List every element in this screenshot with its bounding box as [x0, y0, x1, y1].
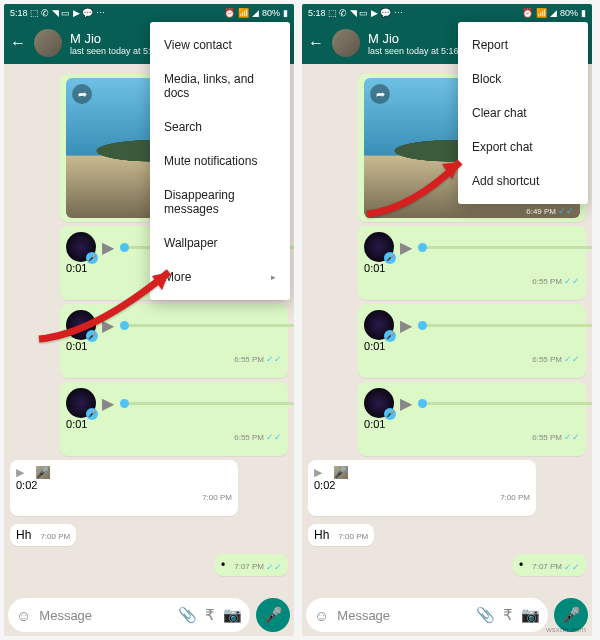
menu-disappearing[interactable]: Disappearing messages	[150, 178, 290, 226]
wifi-icon: ◢	[252, 8, 259, 18]
emoji-icon[interactable]: ☺	[314, 607, 329, 624]
menu-report[interactable]: Report	[458, 28, 588, 62]
play-icon[interactable]: ▶	[16, 466, 24, 479]
wifi-icon: ◢	[550, 8, 557, 18]
menu-search[interactable]: Search	[150, 110, 290, 144]
voice-message[interactable]: 🎤 ▶ 0:01 6:55 PM✓✓	[60, 382, 288, 456]
menu-block[interactable]: Block	[458, 62, 588, 96]
text-message-sent[interactable]: • 7:07 PM✓✓	[215, 554, 288, 576]
battery-text: 80%	[262, 8, 280, 18]
voice-message-received[interactable]: ▶ 🎤 0:02 7:00 PM	[10, 460, 238, 516]
play-icon[interactable]: ▶	[102, 238, 114, 257]
message-input[interactable]: ☺ Message 📎 ₹ 📷	[306, 598, 548, 632]
battery-icon: ▮	[283, 8, 288, 18]
overflow-submenu: Report Block Clear chat Export chat Add …	[458, 22, 588, 204]
input-bar: ☺ Message 📎 ₹ 📷 🎤	[8, 598, 290, 632]
menu-view-contact[interactable]: View contact	[150, 28, 290, 62]
voice-avatar: 🎤	[66, 232, 96, 262]
signal-icon: 📶	[238, 8, 249, 18]
voice-avatar: 🎤	[36, 466, 50, 479]
status-bar: 5:18 ⬚ ✆ ◥ ▭ ▶ 💬 ⋯ ⏰ 📶 ◢ 80% ▮	[302, 4, 592, 22]
back-icon[interactable]: ←	[10, 34, 26, 52]
status-bar: 5:18 ⬚ ✆ ◥ ▭ ▶ 💬 ⋯ ⏰ 📶 ◢ 80% ▮	[4, 4, 294, 22]
text-message-received[interactable]: Hh 7:00 PM	[10, 524, 76, 546]
back-icon[interactable]: ←	[308, 34, 324, 52]
voice-duration: 0:01	[66, 262, 87, 274]
forward-icon[interactable]: ➦	[72, 84, 92, 104]
overflow-menu: View contact Media, links, and docs Sear…	[150, 22, 290, 300]
attach-icon[interactable]: 📎	[178, 606, 197, 624]
voice-message[interactable]: 🎤 ▶ 0:01 6:55 PM✓✓	[60, 304, 288, 378]
message-placeholder: Message	[39, 608, 170, 623]
text-message-sent[interactable]: • 7:07 PM✓✓	[513, 554, 586, 576]
notif-icons: ⬚ ✆ ◥ ▭ ▶ 💬 ⋯	[30, 8, 105, 18]
menu-add-shortcut[interactable]: Add shortcut	[458, 164, 588, 198]
menu-more[interactable]: More▸	[150, 260, 290, 294]
alarm-icon: ⏰	[224, 8, 235, 18]
alarm-icon: ⏰	[522, 8, 533, 18]
voice-message[interactable]: 🎤▶ 0:01 6:55 PM✓✓	[358, 226, 586, 300]
menu-mute[interactable]: Mute notifications	[150, 144, 290, 178]
battery-icon: ▮	[581, 8, 586, 18]
dot-bullet: •	[221, 558, 225, 572]
mic-button[interactable]: 🎤	[256, 598, 290, 632]
phone-right: 5:18 ⬚ ✆ ◥ ▭ ▶ 💬 ⋯ ⏰ 📶 ◢ 80% ▮ ← M Jio l…	[302, 4, 592, 636]
attach-icon[interactable]: 📎	[476, 606, 495, 624]
play-icon[interactable]: ▶	[102, 316, 114, 335]
forward-icon[interactable]: ➦	[370, 84, 390, 104]
camera-icon[interactable]: 📷	[223, 606, 242, 624]
chevron-right-icon: ▸	[271, 272, 276, 282]
payment-icon[interactable]: ₹	[503, 606, 513, 624]
watermark: wsxdn.com	[546, 625, 586, 634]
contact-avatar[interactable]	[332, 29, 360, 57]
menu-media-links-docs[interactable]: Media, links, and docs	[150, 62, 290, 110]
text-message-received[interactable]: Hh 7:00 PM	[308, 524, 374, 546]
play-icon[interactable]: ▶	[102, 394, 114, 413]
voice-message-received[interactable]: ▶🎤 0:02 7:00 PM	[308, 460, 536, 516]
voice-message[interactable]: 🎤▶ 0:01 6:55 PM✓✓	[358, 382, 586, 456]
status-time: 5:18	[10, 8, 28, 18]
payment-icon[interactable]: ₹	[205, 606, 215, 624]
notif-icons: ⬚ ✆ ◥ ▭ ▶ 💬 ⋯	[328, 8, 403, 18]
menu-wallpaper[interactable]: Wallpaper	[150, 226, 290, 260]
camera-icon[interactable]: 📷	[521, 606, 540, 624]
menu-clear-chat[interactable]: Clear chat	[458, 96, 588, 130]
contact-avatar[interactable]	[34, 29, 62, 57]
menu-export-chat[interactable]: Export chat	[458, 130, 588, 164]
voice-message[interactable]: 🎤▶ 0:01 6:55 PM✓✓	[358, 304, 586, 378]
phone-left: 5:18 ⬚ ✆ ◥ ▭ ▶ 💬 ⋯ ⏰ 📶 ◢ 80% ▮ ← M Jio l…	[4, 4, 294, 636]
signal-icon: 📶	[536, 8, 547, 18]
emoji-icon[interactable]: ☺	[16, 607, 31, 624]
mic-icon: 🎤	[86, 252, 98, 264]
message-input[interactable]: ☺ Message 📎 ₹ 📷	[8, 598, 250, 632]
